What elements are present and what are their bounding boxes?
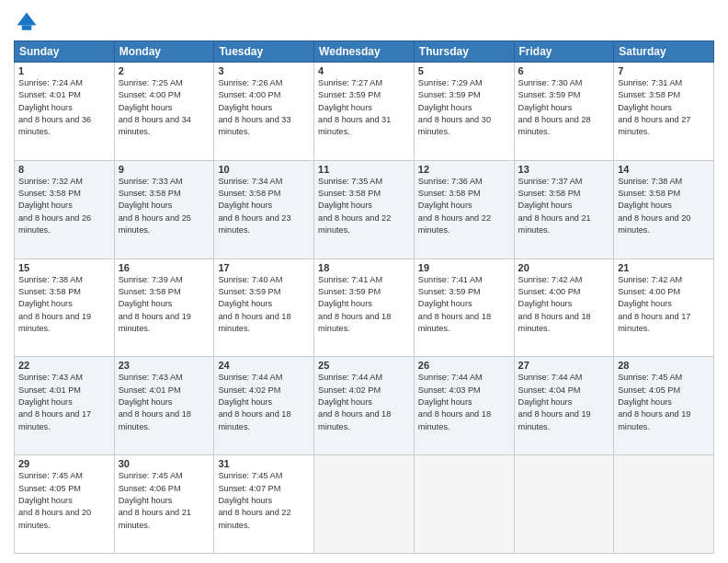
calendar-cell: 13Sunrise: 7:37 AMSunset: 3:58 PMDayligh… xyxy=(514,160,614,259)
svg-marker-0 xyxy=(17,13,37,26)
day-info: Sunrise: 7:42 AMSunset: 4:00 PMDaylight … xyxy=(518,274,610,336)
day-info: Sunrise: 7:37 AMSunset: 3:58 PMDaylight … xyxy=(518,176,610,237)
weekday-header: Sunday xyxy=(15,41,115,63)
day-number: 18 xyxy=(318,262,410,273)
day-number: 4 xyxy=(318,65,410,76)
day-info: Sunrise: 7:33 AMSunset: 3:58 PMDaylight … xyxy=(119,176,210,237)
calendar-cell: 26Sunrise: 7:44 AMSunset: 4:03 PMDayligh… xyxy=(414,357,514,455)
calendar-cell: 24Sunrise: 7:44 AMSunset: 4:02 PMDayligh… xyxy=(214,357,314,455)
weekday-header: Thursday xyxy=(414,41,514,63)
calendar-cell: 10Sunrise: 7:34 AMSunset: 3:58 PMDayligh… xyxy=(214,160,314,259)
calendar-cell: 31Sunrise: 7:45 AMSunset: 4:07 PMDayligh… xyxy=(214,455,314,554)
weekday-header: Tuesday xyxy=(214,41,314,63)
day-number: 24 xyxy=(218,360,310,371)
day-number: 21 xyxy=(618,262,710,273)
day-number: 25 xyxy=(318,360,410,371)
calendar-cell: 15Sunrise: 7:38 AMSunset: 3:58 PMDayligh… xyxy=(15,259,115,357)
calendar-table: SundayMondayTuesdayWednesdayThursdayFrid… xyxy=(14,40,714,554)
calendar-cell: 28Sunrise: 7:45 AMSunset: 4:05 PMDayligh… xyxy=(614,357,714,455)
day-number: 9 xyxy=(119,164,210,175)
day-info: Sunrise: 7:44 AMSunset: 4:02 PMDaylight … xyxy=(218,372,310,433)
day-info: Sunrise: 7:42 AMSunset: 4:00 PMDaylight … xyxy=(618,274,710,336)
day-number: 13 xyxy=(518,164,610,175)
calendar-cell: 4Sunrise: 7:27 AMSunset: 3:59 PMDaylight… xyxy=(314,63,415,161)
day-info: Sunrise: 7:36 AMSunset: 3:58 PMDaylight … xyxy=(418,176,510,237)
calendar-cell: 25Sunrise: 7:44 AMSunset: 4:02 PMDayligh… xyxy=(314,357,415,455)
calendar-cell: 12Sunrise: 7:36 AMSunset: 3:58 PMDayligh… xyxy=(414,160,514,259)
day-info: Sunrise: 7:44 AMSunset: 4:02 PMDaylight … xyxy=(318,372,410,433)
day-info: Sunrise: 7:29 AMSunset: 3:59 PMDaylight … xyxy=(418,77,510,139)
calendar-cell: 22Sunrise: 7:43 AMSunset: 4:01 PMDayligh… xyxy=(15,357,115,455)
svg-rect-1 xyxy=(22,26,32,30)
day-number: 5 xyxy=(418,65,510,76)
day-info: Sunrise: 7:45 AMSunset: 4:05 PMDaylight … xyxy=(18,470,110,532)
day-number: 14 xyxy=(618,164,710,175)
calendar-cell: 3Sunrise: 7:26 AMSunset: 4:00 PMDaylight… xyxy=(214,63,314,161)
day-info: Sunrise: 7:30 AMSunset: 3:59 PMDaylight … xyxy=(518,77,610,139)
calendar-cell: 6Sunrise: 7:30 AMSunset: 3:59 PMDaylight… xyxy=(514,63,614,161)
day-info: Sunrise: 7:45 AMSunset: 4:05 PMDaylight … xyxy=(618,372,710,433)
day-number: 27 xyxy=(518,360,610,371)
calendar-cell: 23Sunrise: 7:43 AMSunset: 4:01 PMDayligh… xyxy=(114,357,214,455)
day-number: 26 xyxy=(418,360,510,371)
day-number: 17 xyxy=(218,262,310,273)
day-info: Sunrise: 7:38 AMSunset: 3:58 PMDaylight … xyxy=(18,274,110,336)
calendar-cell: 17Sunrise: 7:40 AMSunset: 3:59 PMDayligh… xyxy=(214,259,314,357)
day-number: 23 xyxy=(119,360,210,371)
calendar-cell: 29Sunrise: 7:45 AMSunset: 4:05 PMDayligh… xyxy=(15,455,115,554)
calendar-cell: 5Sunrise: 7:29 AMSunset: 3:59 PMDaylight… xyxy=(414,63,514,161)
day-number: 1 xyxy=(18,65,110,76)
day-info: Sunrise: 7:24 AMSunset: 4:01 PMDaylight … xyxy=(18,77,110,139)
day-info: Sunrise: 7:44 AMSunset: 4:04 PMDaylight … xyxy=(518,372,610,433)
calendar-cell: 20Sunrise: 7:42 AMSunset: 4:00 PMDayligh… xyxy=(514,259,614,357)
calendar-cell: 27Sunrise: 7:44 AMSunset: 4:04 PMDayligh… xyxy=(514,357,614,455)
day-number: 15 xyxy=(18,262,110,273)
header xyxy=(14,9,714,35)
day-info: Sunrise: 7:43 AMSunset: 4:01 PMDaylight … xyxy=(18,372,110,433)
day-info: Sunrise: 7:40 AMSunset: 3:59 PMDaylight … xyxy=(218,274,310,336)
calendar-cell: 2Sunrise: 7:25 AMSunset: 4:00 PMDaylight… xyxy=(114,63,214,161)
calendar-cell xyxy=(514,455,614,554)
calendar-cell: 9Sunrise: 7:33 AMSunset: 3:58 PMDaylight… xyxy=(114,160,214,259)
day-number: 22 xyxy=(18,360,110,371)
logo xyxy=(14,9,43,35)
calendar-cell: 8Sunrise: 7:32 AMSunset: 3:58 PMDaylight… xyxy=(15,160,115,259)
day-number: 28 xyxy=(618,360,710,371)
day-info: Sunrise: 7:43 AMSunset: 4:01 PMDaylight … xyxy=(119,372,210,433)
day-info: Sunrise: 7:44 AMSunset: 4:03 PMDaylight … xyxy=(418,372,510,433)
day-number: 7 xyxy=(618,65,710,76)
day-info: Sunrise: 7:25 AMSunset: 4:00 PMDaylight … xyxy=(119,77,210,139)
day-number: 6 xyxy=(518,65,610,76)
day-number: 31 xyxy=(218,458,310,469)
calendar-cell: 11Sunrise: 7:35 AMSunset: 3:58 PMDayligh… xyxy=(314,160,415,259)
day-number: 16 xyxy=(119,262,210,273)
calendar-cell: 18Sunrise: 7:41 AMSunset: 3:59 PMDayligh… xyxy=(314,259,415,357)
weekday-header: Wednesday xyxy=(314,41,415,63)
day-info: Sunrise: 7:45 AMSunset: 4:07 PMDaylight … xyxy=(218,470,310,532)
day-number: 2 xyxy=(119,65,210,76)
day-number: 11 xyxy=(318,164,410,175)
calendar-cell: 21Sunrise: 7:42 AMSunset: 4:00 PMDayligh… xyxy=(614,259,714,357)
day-info: Sunrise: 7:38 AMSunset: 3:58 PMDaylight … xyxy=(618,176,710,237)
day-number: 19 xyxy=(418,262,510,273)
day-info: Sunrise: 7:41 AMSunset: 3:59 PMDaylight … xyxy=(318,274,410,336)
day-info: Sunrise: 7:45 AMSunset: 4:06 PMDaylight … xyxy=(119,470,210,532)
calendar-cell: 19Sunrise: 7:41 AMSunset: 3:59 PMDayligh… xyxy=(414,259,514,357)
day-number: 3 xyxy=(218,65,310,76)
day-number: 10 xyxy=(218,164,310,175)
day-info: Sunrise: 7:27 AMSunset: 3:59 PMDaylight … xyxy=(318,77,410,139)
day-info: Sunrise: 7:34 AMSunset: 3:58 PMDaylight … xyxy=(218,176,310,237)
logo-icon xyxy=(14,9,40,35)
day-info: Sunrise: 7:41 AMSunset: 3:59 PMDaylight … xyxy=(418,274,510,336)
calendar-cell: 16Sunrise: 7:39 AMSunset: 3:58 PMDayligh… xyxy=(114,259,214,357)
weekday-header: Monday xyxy=(114,41,214,63)
weekday-header: Friday xyxy=(514,41,614,63)
day-info: Sunrise: 7:26 AMSunset: 4:00 PMDaylight … xyxy=(218,77,310,139)
day-number: 12 xyxy=(418,164,510,175)
day-number: 30 xyxy=(119,458,210,469)
calendar-cell: 7Sunrise: 7:31 AMSunset: 3:58 PMDaylight… xyxy=(614,63,714,161)
day-number: 29 xyxy=(18,458,110,469)
calendar-cell: 30Sunrise: 7:45 AMSunset: 4:06 PMDayligh… xyxy=(114,455,214,554)
calendar-cell xyxy=(614,455,714,554)
calendar-cell: 1Sunrise: 7:24 AMSunset: 4:01 PMDaylight… xyxy=(15,63,115,161)
